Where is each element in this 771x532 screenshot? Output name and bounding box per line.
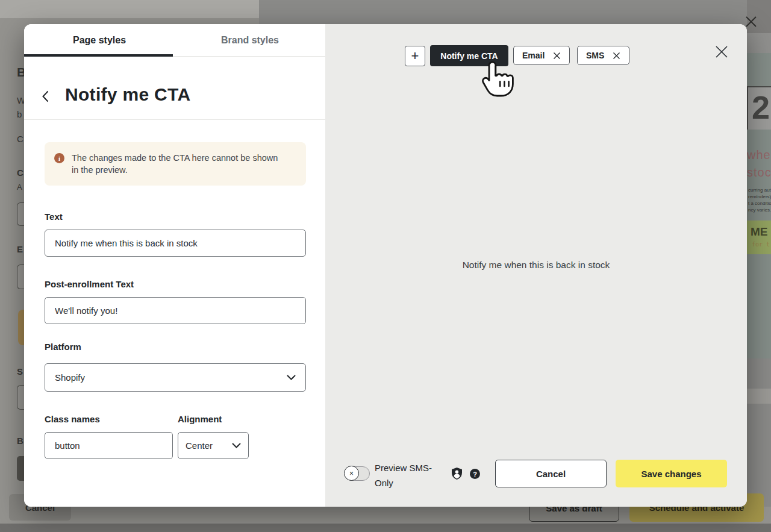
preview-pane: + Notify me CTA Email SMS [325,24,747,507]
tag-notify-me-cta[interactable]: Notify me CTA [430,45,508,66]
info-icon: i [54,153,64,163]
background-right-band [747,33,771,53]
background-fineprint: curring aut reminders) f t a conditio nc… [748,187,771,216]
back-button[interactable] [42,89,55,104]
background-text-fragment: b [17,109,22,119]
tag-email-label: Email [522,51,545,60]
alignment-select[interactable]: Center [178,432,249,459]
background-close-icon[interactable] [745,16,757,28]
background-countdown-box: 2 [747,86,771,130]
background-countdown-digit: 2 [752,89,770,126]
tab-page-styles-label: Page styles [73,35,126,46]
background-right-row [747,389,771,404]
tag-email[interactable]: Email [513,46,570,65]
preview-sms-toggle-label: Preview SMS-Only [375,460,439,490]
style-tabs: Page styles Brand styles [24,24,325,57]
active-tab-indicator [24,54,173,57]
remove-email-icon[interactable] [553,52,561,60]
background-label-fragment: C [17,167,23,178]
background-topbar [0,0,259,18]
tag-notify-me-cta-label: Notify me CTA [440,51,498,61]
info-callout-text: The changes made to the CTA here cannot … [72,152,279,176]
style-editor-modal: Page styles Brand styles Notify me CTA i… [24,24,747,507]
remove-sms-icon[interactable] [613,52,620,60]
alignment-select-value: Center [186,440,213,451]
background-cta-sub: for t [752,241,770,248]
toggle-knob: × [344,466,359,481]
background-cta-button: ME for t [747,221,771,254]
post-enrollment-label: Post-enrollment Text [45,279,134,289]
background-cta-label: ME [751,225,768,239]
background-text-fragment: C [17,134,23,144]
tag-sms-label: SMS [586,51,604,60]
chevron-left-icon [42,90,49,102]
background-label-fragment: E [17,244,23,254]
settings-pane: Page styles Brand styles Notify me CTA i… [24,24,325,507]
page-title: Notify me CTA [65,84,190,105]
class-names-label: Class names [45,414,100,424]
plus-icon: + [411,48,419,64]
cta-text-input[interactable] [45,230,306,257]
screen: B W b C C A E S B 2 wher stoc curring au… [0,0,771,532]
tag-sms[interactable]: SMS [577,46,629,65]
platform-select-value: Shopify [55,372,85,383]
background-text-fragment: A [17,183,22,192]
text-field-label: Text [45,211,63,222]
post-enrollment-input[interactable] [45,297,306,324]
background-bottom-strip [0,524,771,532]
toggle-off-icon: × [349,470,354,477]
tab-page-styles[interactable]: Page styles [24,24,175,56]
tab-brand-styles-label: Brand styles [221,35,279,46]
background-label-fragment: S [17,366,23,377]
platform-select[interactable]: Shopify [45,363,306,392]
chevron-down-icon [287,375,296,380]
tab-brand-styles[interactable]: Brand styles [175,24,325,56]
chevron-down-icon [232,443,241,448]
privacy-shield-icon[interactable] [452,468,462,480]
preview-sms-toggle[interactable]: × [345,466,370,481]
close-modal-icon[interactable] [714,45,729,59]
save-changes-button[interactable]: Save changes [616,460,727,487]
add-tag-button[interactable]: + [405,46,425,66]
background-label-fragment: B [17,436,23,446]
alignment-label: Alignment [178,414,222,424]
class-names-input[interactable] [45,432,173,459]
cancel-button[interactable]: Cancel [495,460,607,487]
background-preview-headline: wher stoc [747,146,771,183]
cta-preview-text: Notify me when this is back in stock [325,260,747,271]
divider [24,119,325,120]
info-callout: i The changes made to the CTA here canno… [45,142,306,186]
platform-label: Platform [45,342,81,352]
help-icon[interactable]: ? [470,469,480,479]
question-mark: ? [473,471,477,478]
